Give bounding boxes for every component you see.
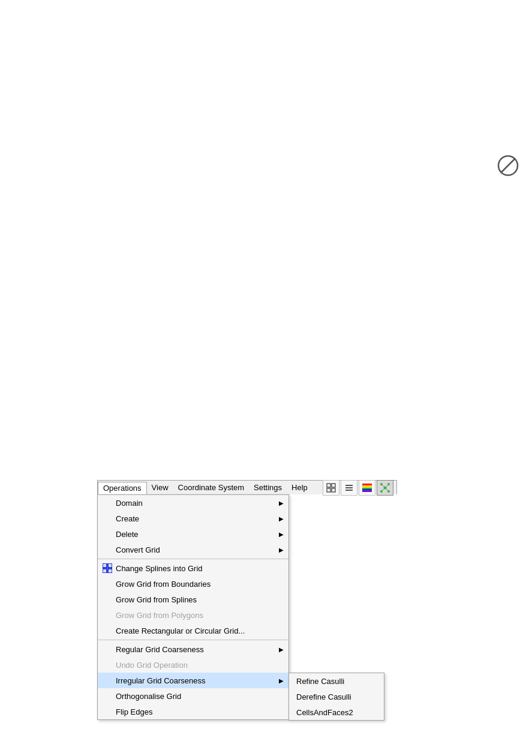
svg-rect-3 [332,484,335,487]
undo-grid-label: Undo Grid Operation [116,661,188,670]
create-arrow: ▶ [279,515,284,522]
svg-rect-6 [345,485,353,486]
svg-rect-14 [362,490,372,492]
grow-polygons-label: Grow Grid from Polygons [116,611,203,620]
menu-container: Operations View Coordinate System Settin… [97,480,397,494]
irregular-coarseness-arrow: ▶ [279,677,284,684]
regular-coarseness-label: Regular Grid Coarseness [116,645,204,654]
svg-rect-9 [362,484,372,485]
toolbar-list-btn[interactable] [341,480,357,496]
menu-item-orthogonalise[interactable]: Orthogonalise Grid [98,688,288,704]
menu-item-regular-coarseness[interactable]: Regular Grid Coarseness ▶ [98,641,288,657]
delete-arrow: ▶ [279,531,284,538]
operations-dropdown: Domain ▶ Create ▶ Delete ▶ Convert Grid … [97,494,289,720]
menu-item-undo-grid: Undo Grid Operation [98,657,288,673]
svg-rect-8 [345,490,353,491]
submenu-item-derefine-casulli[interactable]: Derefine Casulli [289,689,384,704]
menu-bar-item-coordinate-system[interactable]: Coordinate System [173,482,250,493]
menu-item-grow-polygons: Grow Grid from Polygons [98,607,288,623]
svg-rect-28 [103,564,106,567]
svg-line-23 [385,488,389,491]
grow-boundaries-label: Grow Grid from Boundaries [116,580,211,589]
menu-item-grow-splines[interactable]: Grow Grid from Splines [98,592,288,607]
domain-arrow: ▶ [279,500,284,506]
toolbar-scatter-btn[interactable] [377,480,393,496]
regular-coarseness-arrow: ▶ [279,646,284,653]
svg-rect-30 [103,569,106,572]
svg-rect-29 [109,564,112,567]
flip-edges-label: Flip Edges [116,707,152,716]
change-splines-label: Change Splines into Grid [116,564,203,573]
irregular-coarseness-label: Irregular Grid Coarseness [116,676,206,685]
derefine-casulli-label: Derefine Casulli [296,692,351,701]
svg-rect-7 [345,487,353,488]
menu-item-domain[interactable]: Domain ▶ [98,495,288,511]
convert-grid-label: Convert Grid [116,545,160,554]
submenu-item-refine-casulli[interactable]: Refine Casulli [289,673,384,689]
svg-rect-12 [362,487,372,488]
svg-rect-10 [362,485,372,486]
menu-item-convert-grid[interactable]: Convert Grid ▶ [98,542,288,557]
toolbar-grid-btn[interactable] [323,480,339,496]
svg-line-22 [381,488,385,491]
cells-and-faces2-label: CellsAndFaces2 [296,708,353,717]
svg-rect-11 [362,486,372,487]
domain-label: Domain [116,499,143,508]
svg-rect-5 [332,488,335,492]
svg-line-1 [501,158,515,173]
menu-bar-item-settings[interactable]: Settings [249,482,287,493]
menu-item-create-rectangular[interactable]: Create Rectangular or Circular Grid... [98,623,288,638]
change-splines-icon [101,563,113,573]
separator-1 [98,559,288,559]
menu-item-delete[interactable]: Delete ▶ [98,526,288,542]
toolbar-color-btn[interactable] [359,480,375,496]
convert-grid-arrow: ▶ [279,547,284,553]
no-entry-icon [497,155,519,176]
irregular-coarseness-submenu: Refine Casulli Derefine Casulli CellsAnd… [288,673,384,721]
submenu-item-cells-and-faces2[interactable]: CellsAndFaces2 [289,704,384,720]
menu-bar-item-view[interactable]: View [147,482,173,493]
separator-2 [98,640,288,640]
svg-line-20 [381,484,385,488]
delete-label: Delete [116,530,139,539]
create-rectangular-label: Create Rectangular or Circular Grid... [116,626,245,635]
svg-line-21 [385,484,389,488]
svg-rect-31 [109,569,112,572]
svg-rect-4 [327,488,330,492]
menu-item-create[interactable]: Create ▶ [98,511,288,526]
grow-splines-label: Grow Grid from Splines [116,595,197,604]
create-label: Create [116,514,139,523]
orthogonalise-label: Orthogonalise Grid [116,692,181,701]
menu-bar-item-help[interactable]: Help [287,482,312,493]
menu-item-change-splines[interactable]: Change Splines into Grid [98,560,288,576]
svg-rect-13 [362,489,372,490]
svg-rect-2 [327,484,330,487]
menu-bar: Operations View Coordinate System Settin… [97,480,397,494]
refine-casulli-label: Refine Casulli [296,677,344,686]
menu-item-irregular-coarseness[interactable]: Irregular Grid Coarseness ▶ Refine Casul… [98,673,288,688]
menu-item-flip-edges[interactable]: Flip Edges [98,704,288,719]
menu-bar-item-operations[interactable]: Operations [98,482,147,494]
menu-item-grow-boundaries[interactable]: Grow Grid from Boundaries [98,576,288,592]
